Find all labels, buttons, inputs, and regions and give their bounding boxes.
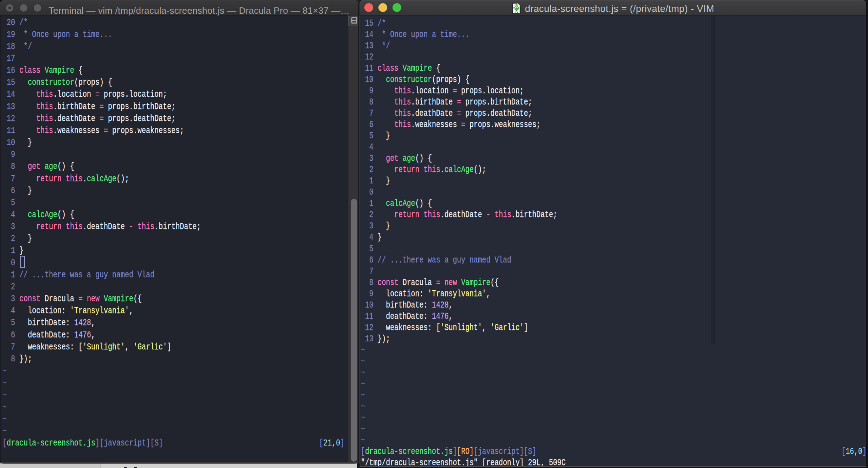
svg-text:JS: JS — [515, 11, 518, 14]
